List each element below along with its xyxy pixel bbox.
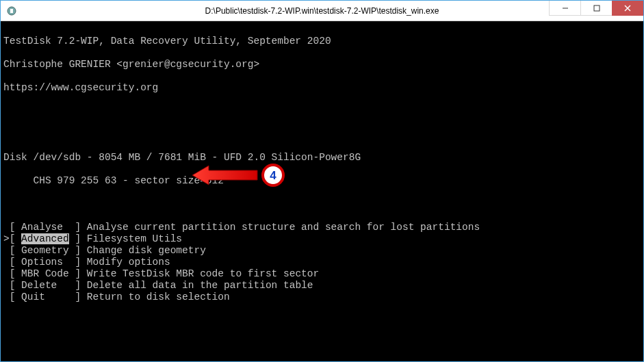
menu-suffix: ] [69,233,87,244]
menu-item-geometry[interactable]: [ Geometry ] Change disk geometry [3,245,641,257]
blank-line [3,198,641,210]
menu-prefix: >[ [3,233,21,244]
menu-prefix: [ [3,245,21,256]
menu-description: Modify options [87,257,170,268]
blank-line [3,105,641,117]
menu-label: Options [21,257,69,268]
menu-suffix: ] [69,280,87,291]
menu-prefix: [ [3,257,21,268]
menu-label: MBR Code [21,268,69,279]
minimize-button[interactable] [549,1,580,16]
menu-list: [ Analyse ] Analyse current partition st… [3,222,641,303]
header-line3: https://www.cgsecurity.org [3,82,641,94]
blank-line [3,315,641,326]
menu-suffix: ] [69,292,87,302]
blank-line [3,338,641,350]
menu-item-analyse[interactable]: [ Analyse ] Analyse current partition st… [3,222,641,233]
svg-rect-1 [10,9,13,13]
header-line1: TestDisk 7.2-WIP, Data Recovery Utility,… [3,36,641,47]
console-area[interactable]: TestDisk 7.2-WIP, Data Recovery Utility,… [1,21,643,361]
menu-prefix: [ [3,268,21,279]
menu-label: Advanced [21,233,69,244]
menu-item-advanced[interactable]: >[ Advanced ] Filesystem Utils [3,233,641,245]
window-title: D:\Public\testdisk-7.2-WIP.win\testdisk-… [205,6,439,16]
disk-line2: CHS 979 255 63 - sector size=512 [3,175,641,187]
menu-suffix: ] [69,245,87,256]
menu-item-options[interactable]: [ Options ] Modify options [3,257,641,268]
menu-label: Analyse [21,222,69,233]
window-buttons [549,1,643,16]
menu-label: Geometry [21,245,69,256]
blank-line [3,129,641,140]
menu-label: Quit [21,292,69,302]
menu-description: Write TestDisk MBR code to first sector [87,268,319,279]
menu-prefix: [ [3,280,21,291]
menu-suffix: ] [69,222,87,233]
maximize-button[interactable] [580,1,612,16]
menu-description: Filesystem Utils [87,233,182,244]
menu-item-quit[interactable]: [ Quit ] Return to disk selection [3,292,641,303]
titlebar: D:\Public\testdisk-7.2-WIP.win\testdisk-… [1,1,643,21]
app-icon [6,5,17,16]
svg-rect-3 [594,5,600,11]
header-line2: Christophe GRENIER <grenier@cgsecurity.o… [3,59,641,70]
disk-line1: Disk /dev/sdb - 8054 MB / 7681 MiB - UFD… [3,152,641,164]
close-button[interactable] [612,1,643,16]
menu-label: Delete [21,280,69,291]
menu-suffix: ] [69,257,87,268]
menu-item-mbr-code[interactable]: [ MBR Code ] Write TestDisk MBR code to … [3,268,641,280]
menu-description: Return to disk selection [87,292,230,302]
menu-description: Analyse current partition structure and … [87,222,480,233]
menu-description: Change disk geometry [87,245,206,256]
menu-prefix: [ [3,222,21,233]
menu-suffix: ] [69,268,87,279]
menu-prefix: [ [3,292,21,302]
menu-item-delete[interactable]: [ Delete ] Delete all data in the partit… [3,280,641,292]
menu-description: Delete all data in the partition table [87,280,313,291]
